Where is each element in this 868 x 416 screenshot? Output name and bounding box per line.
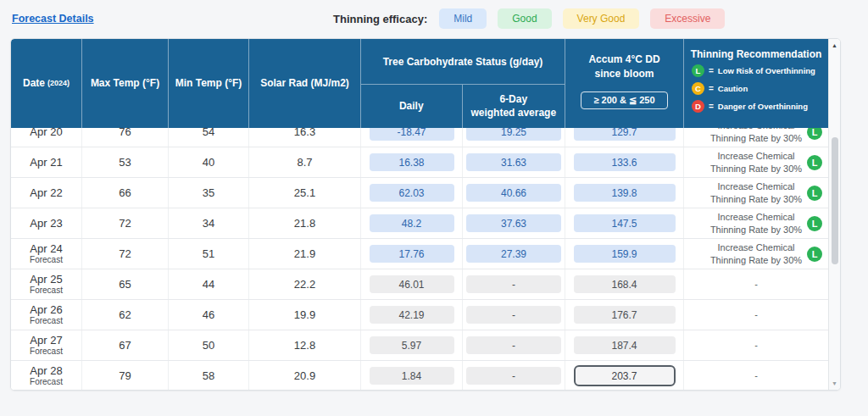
accum-dd-cell: 129.7 (565, 128, 684, 147)
avg-carb-cell: 31.63 (463, 147, 565, 177)
scrollbar-thumb[interactable] (832, 137, 838, 264)
daily-carb-value: 17.76 (370, 245, 454, 263)
daily-carb-value: 62.03 (370, 184, 454, 202)
min-temp-cell: 46 (169, 300, 249, 330)
table-row: Apr 23 72 34 21.8 48.2 37.63 147.5 Incre… (11, 208, 828, 239)
solar-rad-cell: 12.8 (249, 330, 361, 360)
daily-carb-cell: -18.47 (361, 128, 463, 147)
date-cell: Apr 24 Forecast (11, 239, 82, 269)
legend-text: Caution (718, 84, 748, 93)
legend-item: C = Caution (692, 82, 828, 95)
date-label: Apr 20 (30, 128, 62, 138)
solar-rad-cell: 8.7 (249, 147, 361, 177)
forecast-details-link[interactable]: Forecast Details (12, 13, 94, 25)
scroll-up-icon[interactable]: ▲ (829, 42, 840, 48)
date-cell: Apr 26 Forecast (11, 300, 82, 330)
header-accum-title: Accum 4°C DDsince bloom (588, 53, 659, 82)
accum-dd-value: 159.9 (574, 245, 676, 263)
recommendation-text: Increase Chemical Thinning Rate by 30% (703, 241, 810, 266)
table-row: Apr 26 Forecast 62 46 19.9 42.19 - 176.7… (11, 300, 828, 330)
table-row: Apr 20 76 54 16.3 -18.47 19.25 129.7 Inc… (11, 128, 828, 147)
daily-carb-cell: 5.97 (361, 330, 463, 360)
date-cell: Apr 22 (11, 178, 82, 208)
top-bar: Forecast Details Thinning efficacy: Mild… (0, 0, 868, 38)
solar-rad-cell: 21.8 (249, 208, 361, 238)
recommendation-cell: - (684, 269, 828, 299)
legend-item: D = Danger of Overthinning (692, 100, 828, 113)
accum-dd-value: 176.7 (574, 306, 676, 324)
date-cell: Apr 27 Forecast (11, 330, 82, 360)
avg-carb-value: 37.63 (466, 214, 561, 232)
date-cell: Apr 23 (11, 208, 82, 238)
recommendation-cell: Increase Chemical Thinning Rate by 30% L (684, 178, 828, 208)
recommendation-text: - (754, 339, 758, 351)
efficacy-badge-excessive: Excessive (650, 8, 725, 29)
header-recommendation: Thinning Recommendation L = Low Risk of … (684, 39, 828, 128)
header-accum-dd: Accum 4°C DDsince bloom ≥ 200 & ≦ 250 (565, 39, 684, 128)
table-scrollbar[interactable]: ▲ ▼ (828, 39, 840, 390)
risk-badge: L (807, 186, 822, 201)
recommendation-text: Increase Chemical Thinning Rate by 30% (703, 180, 810, 205)
legend-equals: = (709, 66, 714, 75)
accum-dd-cell: 203.7 (565, 361, 684, 391)
daily-carb-value: 48.2 (370, 214, 454, 232)
daily-carb-value: 16.38 (370, 153, 454, 171)
recommendation-cell: - (684, 361, 828, 391)
table-body: Apr 20 76 54 16.3 -18.47 19.25 129.7 Inc… (11, 128, 828, 391)
forecast-table: Date(2024) Max Temp (°F) Min Temp (°F) S… (10, 38, 841, 391)
min-temp-cell: 40 (169, 147, 249, 177)
efficacy-badge-good: Good (498, 8, 551, 29)
header-date-label: Date (23, 77, 45, 91)
daily-carb-value: 46.01 (370, 275, 454, 293)
solar-rad-cell: 21.9 (249, 239, 361, 269)
scroll-down-icon[interactable]: ▼ (829, 380, 840, 386)
daily-carb-cell: 48.2 (361, 208, 463, 238)
avg-carb-value: 19.25 (466, 128, 561, 141)
accum-dd-cell: 176.7 (565, 300, 684, 330)
thinning-efficacy-label: Thinning efficacy: (333, 13, 427, 25)
date-label: Apr 24 (30, 242, 62, 256)
date-label: Apr 25 (30, 273, 62, 286)
min-temp-cell: 58 (169, 361, 249, 391)
legend-item: L = Low Risk of Overthinning (692, 64, 828, 77)
date-label: Apr 23 (30, 217, 62, 230)
max-temp-cell: 79 (82, 361, 169, 391)
recommendation-text: - (754, 278, 758, 290)
max-temp-cell: 67 (82, 330, 169, 360)
accum-dd-value: 187.4 (574, 336, 676, 354)
min-temp-cell: 34 (169, 208, 249, 238)
header-max-temp: Max Temp (°F) (82, 39, 169, 128)
min-temp-cell: 50 (169, 330, 249, 360)
legend-text: Danger of Overthinning (718, 102, 808, 111)
daily-carb-cell: 17.76 (361, 239, 463, 269)
accum-dd-cell: 187.4 (565, 330, 684, 360)
daily-carb-value: 1.84 (370, 367, 454, 385)
accum-dd-value: 139.8 (574, 184, 676, 202)
table-rows: Apr 20 76 54 16.3 -18.47 19.25 129.7 Inc… (11, 128, 828, 391)
legend-text: Low Risk of Overthinning (718, 66, 815, 75)
date-label: Apr 28 (30, 364, 62, 378)
daily-carb-value: 42.19 (370, 306, 454, 324)
thinning-efficacy-legend: Thinning efficacy: Mild Good Very Good E… (333, 8, 725, 29)
daily-carb-cell: 16.38 (361, 147, 463, 177)
avg-carb-value: 27.39 (466, 245, 561, 263)
max-temp-cell: 72 (82, 208, 169, 238)
recommendation-cell: - (684, 300, 828, 330)
table-row: Apr 21 53 40 8.7 16.38 31.63 133.6 Incre… (11, 147, 828, 178)
daily-carb-cell: 42.19 (361, 300, 463, 330)
forecast-label: Forecast (30, 347, 63, 357)
table-header: Date(2024) Max Temp (°F) Min Temp (°F) S… (11, 39, 828, 128)
recommendation-text: Increase Chemical Thinning Rate by 30% (703, 150, 810, 175)
min-temp-cell: 54 (169, 128, 249, 147)
legend: L = Low Risk of Overthinning C = Caution… (684, 64, 828, 113)
table-row: Apr 24 Forecast 72 51 21.9 17.76 27.39 1… (11, 239, 828, 269)
date-cell: Apr 21 (11, 147, 82, 177)
header-daily: Daily (361, 85, 463, 128)
min-temp-cell: 44 (169, 269, 249, 299)
recommendation-cell: Increase Chemical Thinning Rate by 30% L (684, 128, 828, 147)
recommendation-text: - (754, 308, 758, 320)
risk-badge: L (807, 155, 822, 170)
forecast-label: Forecast (30, 286, 63, 296)
daily-carb-cell: 62.03 (361, 178, 463, 208)
date-label: Apr 27 (30, 334, 62, 347)
